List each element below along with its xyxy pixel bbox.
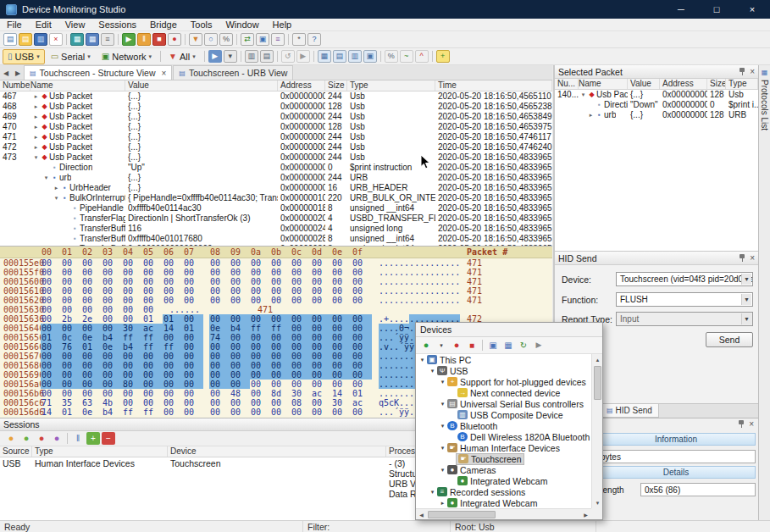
- new-network-session-icon[interactable]: ●: [35, 432, 48, 445]
- spikes-icon[interactable]: ^: [415, 50, 429, 63]
- expander-icon[interactable]: ▾: [32, 152, 40, 163]
- device-tree-item[interactable]: ▾▣This PC: [416, 354, 591, 365]
- add-session-icon[interactable]: +: [86, 432, 100, 445]
- structure-view-icon[interactable]: ▦: [70, 33, 84, 46]
- column-header-value[interactable]: Value: [628, 79, 660, 89]
- hex-row[interactable]: 0001561000000000000000000000000000000000…: [0, 286, 552, 296]
- column-header-nu[interactable]: Nu...: [555, 79, 579, 89]
- vertical-scrollbar[interactable]: ▲ ▼: [591, 354, 602, 508]
- zoom-icon[interactable]: %: [385, 50, 398, 63]
- scroll-down-icon[interactable]: ▼: [592, 497, 603, 508]
- selected-packet-row[interactable]: ▪Direction"Down"0x000000000$print i...: [555, 100, 758, 110]
- close-file-icon[interactable]: ×: [49, 33, 63, 46]
- find-icon[interactable]: ○: [204, 33, 218, 46]
- text-view-icon[interactable]: ≡: [101, 33, 114, 46]
- tab-touchscreen-structure-view[interactable]: ▤Touchscreen - Structure View×: [24, 65, 172, 80]
- layout-columns-icon[interactable]: ▥: [348, 50, 362, 63]
- record-session-icon[interactable]: ●: [450, 339, 463, 352]
- structure-row[interactable]: ▪Direction"Up"0x000000000$print instruct…: [0, 163, 552, 173]
- column-header-type[interactable]: Type: [726, 79, 758, 89]
- tab-hid-send[interactable]: ▤HID Send: [600, 404, 659, 418]
- record-icon[interactable]: ●: [168, 33, 181, 46]
- open-file-icon[interactable]: ▤: [19, 33, 32, 46]
- device-tree-item[interactable]: ▾≡Recorded sessions: [416, 486, 591, 497]
- close-panel-icon[interactable]: ×: [749, 420, 754, 429]
- pin-icon[interactable]: [738, 420, 745, 429]
- remove-session-icon[interactable]: −: [102, 432, 115, 445]
- minimize-button[interactable]: ─: [663, 0, 699, 19]
- device-select[interactable]: Touchscreen (vid=04f3 pid=20d0 page=00 ▼: [616, 272, 753, 286]
- all-filter-button[interactable]: ▼All▾: [163, 49, 201, 64]
- stop-monitoring-icon[interactable]: ■: [465, 339, 479, 352]
- devices-window-title[interactable]: Devices: [416, 323, 602, 337]
- column-header-type[interactable]: Type: [347, 80, 435, 91]
- structure-row[interactable]: ▪TransferBufferL...1160x000000244unsigne…: [0, 224, 552, 234]
- expander-icon[interactable]: ▸: [53, 183, 60, 193]
- menu-edit[interactable]: Edit: [29, 19, 58, 30]
- expander-icon[interactable]: ▾: [42, 173, 50, 183]
- device-tree-item[interactable]: ●Integrated Webcam: [416, 475, 591, 486]
- pin-icon[interactable]: [739, 68, 745, 76]
- selected-packet-row[interactable]: ▸▪urb{...}0x00000000128URB: [555, 110, 758, 120]
- menu-help[interactable]: Help: [266, 19, 299, 30]
- export-device-icon[interactable]: ▶: [532, 339, 546, 352]
- expander-icon[interactable]: ▸: [32, 122, 40, 132]
- tab-touchscreen-urb-view[interactable]: ▤Touchscreen - URB View: [173, 65, 293, 80]
- feedback-icon[interactable]: +: [436, 50, 450, 63]
- column-header-name[interactable]: Name: [579, 79, 628, 89]
- usb-monitor-button[interactable]: ▯USB▾: [3, 49, 45, 64]
- expander-icon[interactable]: ▸: [32, 142, 40, 152]
- send-icon[interactable]: ▶: [208, 50, 222, 63]
- filter-icon[interactable]: ▼: [189, 33, 202, 46]
- column-header-number[interactable]: Number: [0, 80, 30, 91]
- device-tree-item[interactable]: ▸●Integrated Webcam: [416, 497, 591, 508]
- column-header-address[interactable]: Address: [660, 79, 707, 89]
- column-header-type[interactable]: Type: [32, 446, 168, 457]
- hex-row[interactable]: 000155e000000000000000000000000000000000…: [0, 258, 552, 268]
- split-vertical-icon[interactable]: ▤: [260, 50, 274, 63]
- expander-icon[interactable]: ▾: [438, 445, 447, 452]
- structure-row[interactable]: 471▸◆Usb Packet{...}0x00000000244Usb2020…: [0, 132, 552, 142]
- refresh-devices-icon[interactable]: ↻: [517, 339, 530, 352]
- expander-icon[interactable]: ▾: [428, 489, 437, 496]
- settings-dropdown-icon[interactable]: ▾: [224, 50, 237, 63]
- tab-scroll-left-icon[interactable]: ◀: [0, 66, 12, 80]
- expander-icon[interactable]: ▾: [438, 423, 447, 429]
- pause-icon[interactable]: ‖: [137, 33, 151, 46]
- column-header-device[interactable]: Device: [168, 446, 386, 457]
- waveform-icon[interactable]: ~: [400, 50, 413, 63]
- help-icon[interactable]: ?: [307, 33, 321, 46]
- menu-file[interactable]: File: [0, 19, 29, 30]
- expander-icon[interactable]: ▸: [32, 91, 40, 102]
- split-horizontal-icon[interactable]: ▥: [245, 50, 258, 63]
- network-monitor-button[interactable]: ▣Network▾: [97, 49, 157, 64]
- device-tree-item[interactable]: ☛Touchscreen: [416, 453, 591, 464]
- structure-row[interactable]: ▾▪urb{...}0x00000000244URB2020-05-20 18:…: [0, 173, 552, 183]
- expander-icon[interactable]: ▸: [32, 112, 40, 122]
- menu-sessions[interactable]: Sessions: [91, 19, 143, 30]
- expander-icon[interactable]: ▾: [438, 401, 447, 407]
- pause-session-icon[interactable]: ‖: [71, 432, 85, 445]
- structure-row[interactable]: 470▸◆Usb Packet{...}0x00000000128Usb2020…: [0, 122, 552, 132]
- expander-icon[interactable]: ▾: [53, 193, 60, 203]
- selected-packet-row[interactable]: 140...▾◆Usb Packet{...}0x00000000128Usb: [555, 90, 758, 100]
- save-icon[interactable]: ▥: [34, 33, 47, 46]
- menu-window[interactable]: Window: [219, 19, 265, 30]
- function-select[interactable]: FLUSH ▼: [616, 292, 753, 307]
- device-tree-item[interactable]: ▥USB Composite Device: [416, 409, 591, 420]
- layout-rows-icon[interactable]: ▤: [333, 50, 346, 63]
- options-icon[interactable]: *: [292, 33, 306, 46]
- layout-single-icon[interactable]: ▦: [318, 50, 331, 63]
- start-icon[interactable]: ▶: [122, 33, 136, 46]
- structure-row[interactable]: ▪TransferFlagsDirectionIn | ShortTransfe…: [0, 213, 552, 224]
- new-bridge-session-icon[interactable]: ●: [50, 432, 64, 445]
- structure-row[interactable]: 473▾◆Usb Packet{...}0x00000000244Usb2020…: [0, 152, 552, 163]
- structure-row[interactable]: 469▸◆Usb Packet{...}0x00000000244Usb2020…: [0, 112, 552, 122]
- play-icon[interactable]: ▶: [296, 50, 310, 63]
- serial-monitor-button[interactable]: ▭Serial▾: [46, 49, 96, 64]
- structure-row[interactable]: ▾▪BulkOrInterrupt{ PipeHandle=0xffffb40e…: [0, 193, 552, 203]
- menu-bridge[interactable]: Bridge: [143, 19, 184, 30]
- new-usb-session-icon[interactable]: ●: [4, 432, 18, 445]
- column-header-time[interactable]: Time: [435, 80, 552, 91]
- maximize-button[interactable]: □: [699, 0, 734, 19]
